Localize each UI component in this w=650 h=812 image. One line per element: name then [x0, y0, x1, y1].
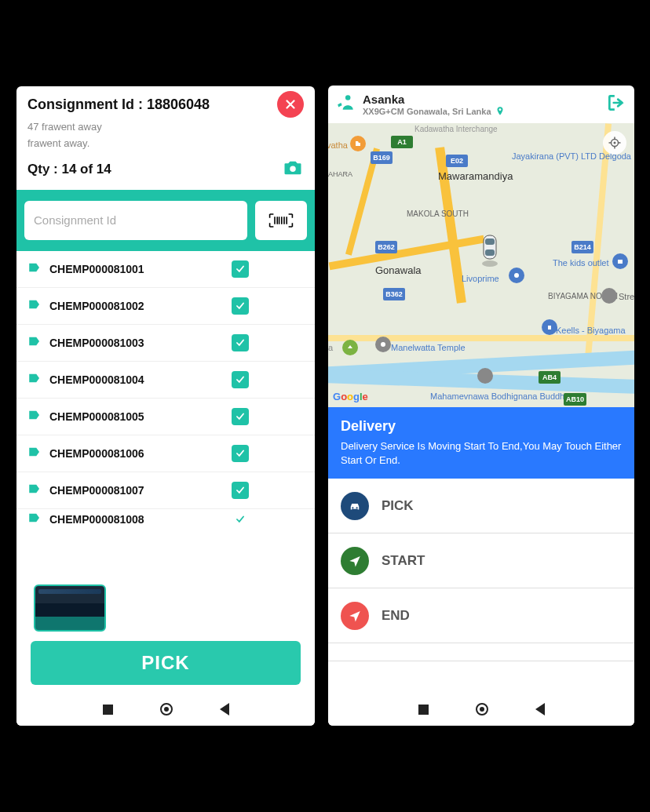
map-label: Gonawala [375, 264, 422, 276]
qty-label: Qty : 14 of 14 [27, 162, 111, 177]
logout-button[interactable] [606, 93, 626, 116]
action-start[interactable]: START [328, 533, 634, 588]
checkbox-checked[interactable] [232, 260, 249, 278]
top-bar: Asanka XX9G+CM Gonawala, Sri Lanka [328, 86, 634, 123]
locate-me-button[interactable] [603, 131, 626, 155]
checkbox-checked[interactable] [232, 371, 249, 388]
action-pick[interactable]: PICK [328, 479, 634, 533]
map-label: Kadawatha Interchange [414, 125, 498, 133]
poi-label: Livoprime [462, 274, 499, 283]
action-label: END [382, 608, 410, 624]
pick-button[interactable]: PICK [31, 641, 301, 685]
barcode-scan-button[interactable] [255, 201, 307, 240]
camera-button[interactable] [282, 157, 304, 182]
pick-button-label: PICK [141, 652, 189, 674]
crosshair-icon [608, 136, 622, 150]
checkbox-checked[interactable] [232, 511, 249, 528]
road-shield: AB10 [564, 393, 586, 406]
poi-pin-icon [350, 136, 366, 151]
poi-label: The kids outlet [553, 258, 609, 268]
nav-home-icon[interactable] [160, 703, 173, 716]
road-shield: B214 [571, 241, 593, 253]
close-button[interactable] [277, 91, 304, 118]
poi-pin-icon [375, 337, 391, 352]
poi-pin-icon [342, 340, 358, 355]
checkbox-checked[interactable] [232, 408, 249, 425]
map-view[interactable]: Kadawatha Interchange vatha AHARA Mawara… [328, 123, 634, 407]
logout-icon [606, 93, 626, 113]
list-item[interactable]: CHEMP000081006 [16, 435, 315, 472]
map-label: MAKOLA SOUTH [407, 209, 469, 218]
item-label: CHEMP000081002 [49, 300, 232, 312]
list-item[interactable]: CHEMP000081001 [16, 251, 315, 288]
map-label: AHARA [328, 170, 352, 178]
list-item[interactable]: CHEMP000081002 [16, 288, 315, 325]
svg-rect-9 [485, 249, 495, 256]
tag-icon [27, 334, 42, 351]
action-end[interactable]: END [328, 588, 634, 643]
poi-pin-icon [542, 319, 557, 335]
checkbox-checked[interactable] [232, 334, 249, 351]
svg-point-11 [614, 142, 616, 144]
car-marker-icon [477, 229, 502, 268]
list-item[interactable]: CHEMP000081008 [16, 509, 315, 530]
svg-point-0 [290, 166, 295, 171]
list-item[interactable]: CHEMP000081003 [16, 325, 315, 362]
consignment-search-input[interactable] [24, 201, 247, 240]
road-shield: B362 [383, 288, 405, 300]
photo-thumbnail[interactable] [34, 584, 106, 632]
svg-rect-4 [618, 260, 623, 264]
svg-point-3 [514, 273, 519, 278]
checkbox-checked[interactable] [232, 482, 249, 499]
road-shield: AB4 [539, 371, 561, 384]
item-label: CHEMP000081006 [49, 447, 232, 460]
tag-icon [27, 511, 42, 528]
list-item[interactable]: CHEMP000081004 [16, 362, 315, 399]
action-label: START [382, 553, 425, 569]
map-label: a [328, 343, 333, 352]
list-item[interactable]: CHEMP000081007 [16, 472, 315, 509]
delivery-title: Delivery [341, 418, 622, 435]
delivery-card: Delivery Delivery Service Is Moving Star… [328, 407, 634, 479]
search-bar [16, 190, 315, 251]
item-label: CHEMP000081007 [49, 484, 232, 497]
consignment-list: CHEMP000081001 CHEMP000081002 CHEMP00008… [16, 251, 315, 530]
navigate-icon [341, 547, 369, 575]
poi-pin-icon [477, 368, 493, 384]
poi-pin-icon [601, 288, 617, 304]
barcode-icon [268, 211, 294, 230]
road-shield: B262 [375, 241, 397, 253]
poi-label: Manelwatta Temple [391, 343, 466, 352]
nav-recents-icon[interactable] [103, 705, 113, 715]
list-item[interactable]: CHEMP000081005 [16, 399, 315, 435]
user-name: Asanka [363, 93, 606, 106]
navigate-icon [341, 602, 369, 630]
item-label: CHEMP000081008 [49, 513, 232, 526]
item-label: CHEMP000081004 [49, 373, 232, 386]
tag-icon [27, 445, 42, 462]
nav-back-icon[interactable] [535, 703, 545, 716]
checkbox-checked[interactable] [232, 445, 249, 462]
map-label: Mawaramandiya [438, 170, 513, 182]
road-shield: A1 [391, 136, 413, 148]
close-icon [283, 97, 298, 111]
checkbox-checked[interactable] [232, 297, 249, 315]
camera-icon [282, 157, 304, 179]
user-icon [336, 93, 356, 116]
road-shield: E02 [446, 155, 468, 167]
sub-text-1: 47 frawent away [16, 118, 315, 134]
tag-icon [27, 482, 42, 499]
car-icon [341, 492, 369, 520]
nav-home-icon[interactable] [476, 703, 488, 716]
svg-point-5 [381, 342, 385, 347]
nav-back-icon[interactable] [220, 703, 229, 716]
delivery-text: Delivery Service Is Moving Start To End,… [341, 439, 622, 468]
sub-text-2: frawent away. [16, 134, 315, 151]
android-navbar [328, 693, 634, 726]
action-label: PICK [382, 498, 414, 514]
tag-icon [27, 297, 42, 315]
nav-recents-icon[interactable] [418, 705, 429, 715]
tag-icon [27, 371, 42, 388]
android-navbar [16, 693, 315, 726]
poi-pin-icon [612, 253, 628, 269]
